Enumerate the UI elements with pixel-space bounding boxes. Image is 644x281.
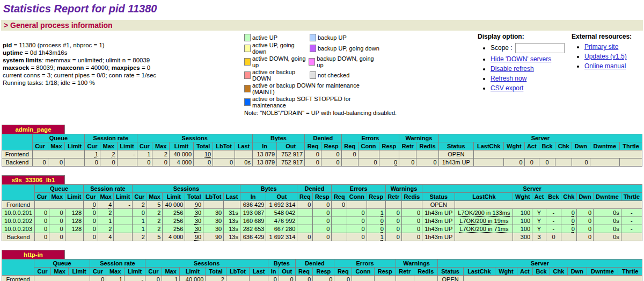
- column-group-header: Denied: [295, 260, 334, 268]
- cell: 0: [100, 158, 117, 167]
- display-option-link[interactable]: Refresh now: [491, 75, 526, 82]
- display-option-link[interactable]: Hide 'DOWN' servers: [491, 55, 551, 63]
- list-item: Online manual: [584, 62, 641, 70]
- column-header: Last: [235, 142, 253, 150]
- cell: 256: [163, 225, 185, 233]
- cell: 0: [539, 158, 555, 167]
- cell: 2: [147, 225, 162, 233]
- external-resource-link[interactable]: Primary site: [584, 43, 618, 51]
- cell: 0: [49, 209, 65, 217]
- cell: 0: [49, 233, 65, 241]
- scope-item: Scope :: [491, 43, 572, 53]
- cell: 752 917: [277, 158, 305, 167]
- table-row: 10.0.0.2020012801 12256303013s160 689476…: [2, 217, 642, 225]
- column-group-header: Bytes: [252, 134, 304, 142]
- cell: 2: [98, 225, 113, 233]
- legend-label: active or backup SOFT STOPPED for mainte…: [252, 96, 381, 109]
- column-group-header: Sessions: [145, 260, 268, 268]
- external-resources-heading: External resources:: [572, 33, 641, 40]
- display-option-link[interactable]: Disable refresh: [491, 65, 534, 73]
- legend-item: active or backup SOFT STOPPED for mainte…: [244, 96, 381, 109]
- legend-label: backup UP, going down: [318, 45, 379, 52]
- proxy-tables: admin_pageQueueSession rateSessionsBytes…: [1, 124, 643, 281]
- cell: 0: [84, 201, 98, 209]
- cell: 13s: [224, 233, 240, 241]
- column-header: Limit: [114, 193, 133, 201]
- cell: [65, 158, 85, 167]
- column-group-header: Session rate: [84, 185, 133, 193]
- cell: 13s: [224, 225, 240, 233]
- cell: OPEN: [438, 150, 474, 158]
- column-header: Cur: [35, 193, 49, 201]
- cell: 0: [347, 209, 367, 217]
- cell: 0: [145, 276, 162, 281]
- column-header: Conn: [358, 142, 379, 150]
- column-header: Out: [279, 268, 295, 276]
- stats-table: QueueSession rateSessionsBytesDeniedErro…: [2, 259, 642, 281]
- cell: 0: [194, 158, 213, 167]
- cell: [561, 233, 577, 241]
- cell: 1 692 314: [266, 233, 297, 241]
- cell: [474, 150, 642, 158]
- column-header: Bck: [546, 193, 561, 201]
- cell: 0: [401, 217, 422, 225]
- cell: 0: [132, 209, 147, 217]
- haproxy-stats-page: Statistics Report for pid 11380 > Genera…: [0, 0, 644, 281]
- column-header: Max: [106, 268, 125, 276]
- legend-item: backup DOWN, going up: [309, 55, 381, 68]
- cell: 1: [132, 217, 147, 225]
- column-group-header: Denied: [305, 134, 342, 142]
- column-header: Cur: [90, 268, 106, 276]
- cell: 2: [100, 150, 117, 158]
- cell: 40 000: [169, 150, 193, 158]
- proxy-name-tab[interactable]: s9s_33306_lb1: [2, 175, 65, 184]
- cell: 476 992: [266, 217, 297, 225]
- cell: 13 879: [252, 158, 276, 167]
- cell: [474, 158, 504, 167]
- column-group-header: Errors: [332, 185, 385, 193]
- corner-cell: [2, 260, 34, 276]
- column-group-header: Queue: [34, 260, 90, 268]
- cell: 0: [313, 201, 332, 209]
- header-row: CurMaxLimitCurMaxLimitCurMaxLimitTotalLb…: [2, 268, 642, 276]
- cell: [463, 276, 642, 281]
- cell: 0s: [594, 217, 621, 225]
- cell: 0s: [594, 233, 621, 241]
- cell: 0: [334, 276, 352, 281]
- cell: 0: [401, 225, 422, 233]
- cell: [385, 201, 401, 209]
- column-header: Req: [297, 193, 313, 201]
- legend-row: active UPbackup UP: [244, 34, 381, 42]
- header-row: CurMaxLimitCurMaxLimitCurMaxLimitTotalLb…: [2, 142, 642, 150]
- column-header: Max: [162, 268, 180, 276]
- external-resource-link[interactable]: Updates (v1.5): [584, 53, 627, 60]
- column-header: Dwn: [572, 142, 590, 150]
- process-info-line: uptime = 0d 1h43m16s: [3, 49, 244, 56]
- row-label: Frontend: [2, 150, 33, 158]
- cell: 282 653: [240, 225, 266, 233]
- cell: 1 692 314: [266, 201, 297, 209]
- column-header: LastChk: [463, 268, 495, 276]
- column-header: Limit: [65, 193, 84, 201]
- legend-swatch: [310, 71, 316, 79]
- column-header: Chk: [550, 268, 568, 276]
- proxy-name-tab[interactable]: admin_page: [2, 125, 65, 134]
- cell: L7OK/200 in 19ms: [455, 217, 513, 225]
- column-header: Req: [341, 142, 358, 150]
- cell: 256: [163, 217, 185, 225]
- external-resources-list: Primary siteUpdates (v1.5)Online manual: [572, 43, 641, 70]
- column-header: Conn: [347, 193, 367, 201]
- cell: 0: [561, 225, 577, 233]
- proxy-name-tab[interactable]: http-in: [2, 250, 65, 259]
- column-header: Limit: [117, 142, 137, 150]
- cell: 1h43m UP: [438, 158, 474, 167]
- scope-input[interactable]: [515, 43, 565, 53]
- cell: [235, 150, 253, 158]
- cell: -: [621, 217, 642, 225]
- cell: [332, 217, 347, 225]
- external-resource-link[interactable]: Online manual: [584, 62, 626, 70]
- cell: [455, 201, 642, 209]
- display-option-link[interactable]: CSV export: [491, 84, 523, 92]
- cell: 1: [367, 209, 385, 217]
- cell: 193 087: [240, 209, 266, 217]
